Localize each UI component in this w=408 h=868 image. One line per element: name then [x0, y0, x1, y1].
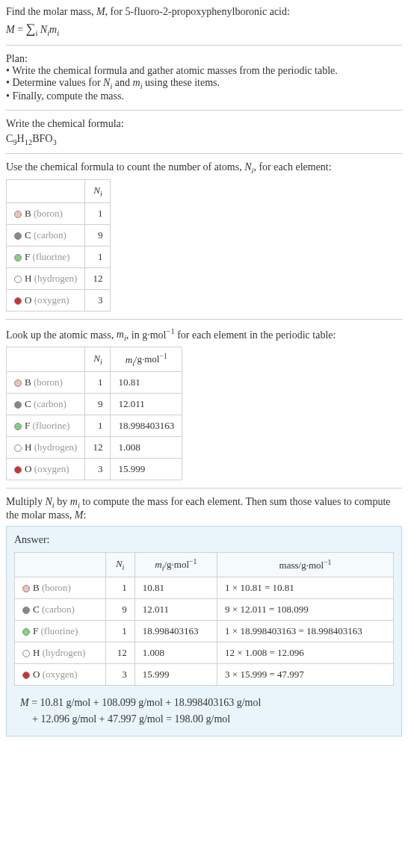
- intro-section: Find the molar mass, M, for 5-fluoro-2-p…: [6, 6, 402, 37]
- answer-table: Ni mi/g·mol−1 mass/g·mol−1 B (boron)110.…: [14, 552, 394, 686]
- final-line-1: M = 10.81 g/mol + 108.099 g/mol + 18.998…: [20, 695, 394, 711]
- mi-cell: 15.999: [111, 459, 182, 480]
- table-row: F (fluorine)118.9984031631 × 18.99840316…: [15, 620, 394, 642]
- ni-cell: 1: [85, 415, 111, 437]
- table-header-row: Ni mi/g·mol−1 mass/g·mol−1: [15, 552, 394, 577]
- divider: [6, 319, 402, 320]
- table-row: F (fluorine)118.998403163: [7, 415, 182, 437]
- plan-item: • Finally, compute the mass.: [6, 90, 402, 102]
- mass-calc-cell: 9 × 12.011 = 108.099: [217, 598, 394, 620]
- table-row: H (hydrogen)121.00812 × 1.008 = 12.096: [15, 642, 394, 663]
- element-swatch-icon: [14, 211, 22, 218]
- plan-section: Plan: • Write the chemical formula and g…: [6, 53, 402, 102]
- element-swatch-icon: [22, 628, 30, 636]
- element-cell: B (boron): [7, 372, 85, 394]
- element-swatch-icon: [14, 297, 22, 305]
- element-cell: H (hydrogen): [7, 437, 85, 459]
- mi-cell: 15.999: [135, 663, 217, 685]
- ni-cell: 1: [85, 246, 111, 267]
- element-cell: O (oxygen): [15, 663, 106, 685]
- element-cell: F (fluorine): [7, 415, 85, 437]
- mi-cell: 1.008: [135, 642, 217, 663]
- divider: [6, 153, 402, 154]
- ni-header: Ni: [105, 552, 135, 577]
- element-swatch-icon: [14, 232, 22, 240]
- ni-cell: 9: [85, 224, 111, 246]
- element-cell: C (carbon): [7, 224, 85, 246]
- ni-header: Ni: [85, 347, 111, 372]
- plan-item: • Write the chemical formula and gather …: [6, 65, 402, 77]
- element-cell: C (carbon): [7, 394, 85, 415]
- chem-formula-title: Write the chemical formula:: [6, 118, 402, 130]
- ni-cell: 3: [85, 289, 111, 311]
- table-row: O (oxygen)315.9993 × 15.999 = 47.997: [15, 663, 394, 685]
- empty-header: [7, 347, 85, 372]
- mass-calc-cell: 12 × 1.008 = 12.096: [217, 642, 394, 663]
- final-line-2: + 12.096 g/mol + 47.997 g/mol = 198.00 g…: [20, 711, 394, 728]
- element-cell: B (boron): [15, 577, 106, 598]
- element-swatch-icon: [22, 607, 30, 614]
- element-swatch-icon: [14, 276, 22, 283]
- intro-var: M: [96, 6, 105, 17]
- element-cell: H (hydrogen): [7, 267, 85, 289]
- table-row: H (hydrogen)121.008: [7, 437, 182, 459]
- element-swatch-icon: [22, 585, 30, 592]
- answer-box: Answer: Ni mi/g·mol−1 mass/g·mol−1 B (bo…: [6, 526, 402, 737]
- mi-cell: 18.998403163: [111, 415, 182, 437]
- element-swatch-icon: [14, 401, 22, 409]
- intro-line: Find the molar mass, M, for 5-fluoro-2-p…: [6, 6, 402, 18]
- multiply-text: Multiply Ni by mi to compute the mass fo…: [6, 496, 402, 521]
- answer-label: Answer:: [14, 534, 394, 546]
- mi-cell: 10.81: [135, 577, 217, 598]
- element-cell: H (hydrogen): [15, 642, 106, 663]
- atomic-mass-table: Ni mi/g·mol−1 B (boron)110.81 C (carbon)…: [6, 347, 182, 480]
- ni-cell: 1: [85, 372, 111, 394]
- ni-cell: 12: [85, 267, 111, 289]
- multiply-section: Multiply Ni by mi to compute the mass fo…: [6, 496, 402, 521]
- element-cell: F (fluorine): [7, 246, 85, 267]
- table-row: F (fluorine)1: [7, 246, 111, 267]
- mi-cell: 1.008: [111, 437, 182, 459]
- element-cell: O (oxygen): [7, 459, 85, 480]
- atom-count-table: Ni B (boron)1 C (carbon)9 F (fluorine)1 …: [6, 179, 111, 311]
- table-row: B (boron)1: [7, 202, 111, 224]
- table-row: O (oxygen)315.999: [7, 459, 182, 480]
- mi-cell: 12.011: [111, 394, 182, 415]
- intro-suffix: , for 5-fluoro-2-propoxyphenylboronic ac…: [105, 6, 290, 17]
- mass-calc-cell: 3 × 15.999 = 47.997: [217, 663, 394, 685]
- mi-cell: 12.011: [135, 598, 217, 620]
- ni-header: Ni: [85, 180, 111, 203]
- chemical-formula: C9H12BFO3: [6, 133, 402, 146]
- ni-cell: 12: [85, 437, 111, 459]
- mass-title: Look up the atomic mass, mi, in g·mol−1 …: [6, 327, 402, 342]
- mass-calc-cell: 1 × 10.81 = 10.81: [217, 577, 394, 598]
- element-swatch-icon: [14, 379, 22, 387]
- molar-mass-formula: M = ∑i Nimi: [6, 21, 402, 37]
- element-swatch-icon: [14, 423, 22, 430]
- plan-item: • Determine values for Ni and mi using t…: [6, 77, 402, 90]
- element-swatch-icon: [14, 444, 22, 452]
- element-swatch-icon: [22, 672, 30, 679]
- count-title: Use the chemical formula to count the nu…: [6, 161, 402, 175]
- table-header-row: Ni mi/g·mol−1: [7, 347, 182, 372]
- divider: [6, 110, 402, 111]
- ni-cell: 1: [105, 620, 135, 642]
- ni-cell: 12: [105, 642, 135, 663]
- ni-cell: 9: [105, 598, 135, 620]
- chemical-formula-section: Write the chemical formula: C9H12BFO3: [6, 118, 402, 146]
- element-cell: C (carbon): [15, 598, 106, 620]
- table-row: B (boron)110.811 × 10.81 = 10.81: [15, 577, 394, 598]
- plan-title: Plan:: [6, 53, 402, 65]
- divider: [6, 45, 402, 46]
- mi-header: mi/g·mol−1: [111, 347, 182, 372]
- mass-calc-cell: 1 × 18.998403163 = 18.998403163: [217, 620, 394, 642]
- table-row: H (hydrogen)12: [7, 267, 111, 289]
- intro-prefix: Find the molar mass,: [6, 6, 96, 17]
- element-cell: B (boron): [7, 202, 85, 224]
- empty-header: [15, 552, 106, 577]
- element-swatch-icon: [14, 254, 22, 261]
- mi-cell: 18.998403163: [135, 620, 217, 642]
- ni-cell: 3: [85, 459, 111, 480]
- mass-header: mass/g·mol−1: [217, 552, 394, 577]
- atomic-mass-section: Look up the atomic mass, mi, in g·mol−1 …: [6, 327, 402, 480]
